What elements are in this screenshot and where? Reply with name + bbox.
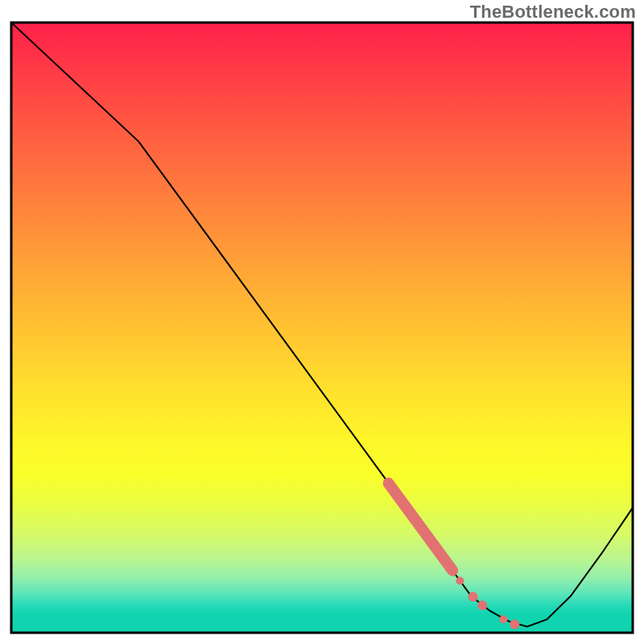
highlight-dot [456,577,464,585]
chart-stage: TheBottleneck.com [0,0,644,644]
highlight-dot [477,601,487,610]
highlight-dot [510,619,519,629]
chart-svg [0,0,644,644]
highlight-dot [499,615,507,623]
watermark-text: TheBottleneck.com [470,2,636,23]
gradient-background [11,23,633,633]
highlight-dot [469,592,478,601]
